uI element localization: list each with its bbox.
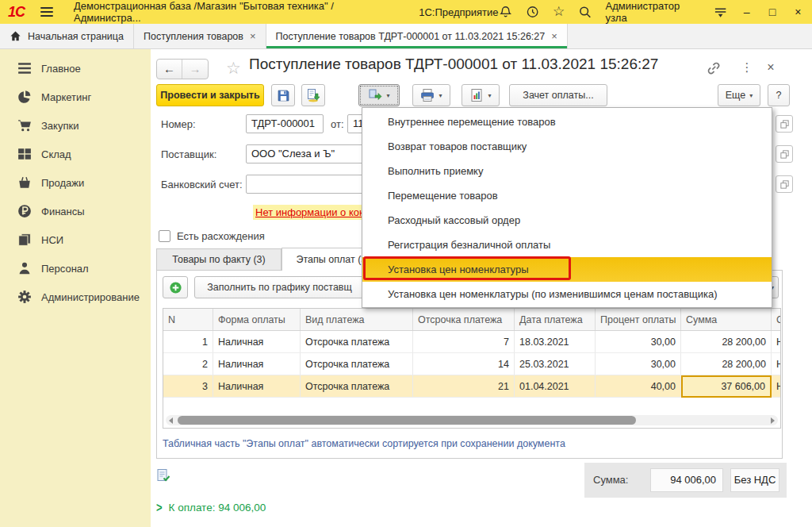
favorites-star-icon[interactable]: ☆ <box>553 5 565 19</box>
menu-item-cash-expense-order[interactable]: Расходный кассовый ордер <box>362 208 772 233</box>
tab-goods-receipt-document[interactable]: Поступление товаров ТДРТ-000001 от 11.03… <box>266 24 568 48</box>
close-tab-icon[interactable]: × <box>250 30 256 42</box>
close-tab-icon[interactable]: × <box>551 30 557 42</box>
maximize-button[interactable]: □ <box>766 6 778 18</box>
sidebar-label: Продажи <box>41 177 84 189</box>
sidebar-item-personnel[interactable]: Персонал <box>0 256 151 281</box>
tab-goods-by-fact[interactable]: Товары по факту (3) <box>156 248 282 271</box>
open-number-button[interactable] <box>776 115 793 133</box>
cell[interactable]: 14 <box>413 353 515 375</box>
back-button[interactable]: ← <box>157 60 182 79</box>
table-row[interactable]: 2 Наличная Отсрочка платежа 14 25.03.202… <box>163 353 780 375</box>
sidebar-item-purchases[interactable]: Закупки <box>0 113 151 138</box>
cell[interactable]: Не <box>772 375 781 397</box>
cell[interactable]: Отсрочка платежа <box>301 375 413 397</box>
open-bank-account-button[interactable] <box>776 175 793 193</box>
forward-button[interactable]: → <box>182 60 208 79</box>
cell[interactable]: Отсрочка платежа <box>301 353 413 375</box>
sidebar-item-sales[interactable]: Продажи <box>0 170 151 195</box>
cell[interactable]: 7 <box>413 331 515 352</box>
minimize-button[interactable]: – <box>741 6 753 18</box>
sidebar-item-marketing[interactable]: Маркетинг <box>0 84 151 110</box>
table-row-selected[interactable]: 3 Наличная Отсрочка платежа 21 01.04.202… <box>163 375 780 398</box>
reports-button[interactable]: ▾ <box>462 84 500 106</box>
sidebar-label: Персонал <box>41 263 89 275</box>
open-supplier-button[interactable] <box>776 145 793 163</box>
save-button[interactable] <box>271 84 295 106</box>
col-header[interactable]: Отсрочка платежа <box>413 309 515 330</box>
cell[interactable]: Наличная <box>213 353 301 375</box>
service-settings-icon[interactable] <box>714 5 727 19</box>
active-cell[interactable]: 37 606,00 <box>681 375 772 398</box>
payment-offset-button[interactable]: Зачет оплаты... <box>509 84 607 106</box>
cell[interactable]: 01.04.2021 <box>515 375 596 397</box>
post-and-close-button[interactable]: Провести и закрыть <box>156 84 264 106</box>
menu-item-cashless-payment-registration[interactable]: Регистрация безналичной оплаты <box>362 233 772 257</box>
cell[interactable]: Отсрочка платежа <box>301 331 413 352</box>
help-button[interactable]: ? <box>768 84 790 106</box>
number-field[interactable]: ТДРТ-000001 <box>246 114 324 133</box>
tab-home[interactable]: Начальная страница <box>0 24 134 48</box>
col-header[interactable]: Вид платежа <box>301 309 413 330</box>
no-contact-info-link[interactable]: Нет информации о кон <box>253 205 367 220</box>
cell[interactable]: 1 <box>163 331 213 352</box>
document-check-icon[interactable] <box>156 468 170 483</box>
close-form-icon[interactable]: × <box>763 60 779 76</box>
cell[interactable]: Не <box>772 331 781 352</box>
col-header[interactable]: Дата платежа <box>515 309 596 330</box>
cell[interactable]: 18.03.2021 <box>515 331 596 352</box>
more-dots-icon[interactable]: ⋮ <box>739 60 755 76</box>
cell[interactable]: 2 <box>163 353 213 375</box>
menu-item-set-item-prices-changed[interactable]: Установка цен номенклатуры (по изменивши… <box>362 282 772 306</box>
cell[interactable]: 3 <box>163 375 213 397</box>
favorite-star-icon[interactable]: ☆ <box>226 59 241 78</box>
cell[interactable]: Наличная <box>213 331 301 352</box>
to-pay-link[interactable]: > К оплате: 94 006,00 <box>156 502 266 514</box>
col-header[interactable]: Сумма <box>681 309 772 330</box>
table-row[interactable]: 1 Наличная Отсрочка платежа 7 18.03.2021… <box>163 331 780 353</box>
post-document-button[interactable] <box>301 84 325 106</box>
print-button[interactable]: ▾ <box>412 84 450 106</box>
sidebar-item-warehouse[interactable]: Склад <box>0 141 151 167</box>
menu-item-goods-transfer[interactable]: Перемещение товаров <box>362 183 772 208</box>
col-header[interactable]: Форма оплаты <box>213 309 301 330</box>
more-actions-button[interactable]: Еще▾ <box>718 84 760 106</box>
cell[interactable]: 40,00 <box>596 375 681 397</box>
sidebar-item-nsi[interactable]: НСИ <box>0 227 151 252</box>
tab-goods-receipts-list[interactable]: Поступления товаров × <box>134 24 266 48</box>
search-icon[interactable] <box>578 5 592 19</box>
sidebar-item-finance[interactable]: Финансы <box>0 198 151 224</box>
cell[interactable]: 28 200,00 <box>681 331 772 352</box>
main-menu-icon[interactable] <box>40 5 53 19</box>
menu-item-return-to-supplier[interactable]: Возврат товаров поставщику <box>362 134 772 159</box>
cell[interactable]: 30,00 <box>596 353 681 375</box>
cell[interactable]: Наличная <box>213 375 301 397</box>
cell[interactable]: 30,00 <box>596 331 681 352</box>
current-user[interactable]: Администратор узла <box>606 0 700 24</box>
horizontal-scrollbar[interactable] <box>166 415 778 425</box>
close-window-button[interactable]: × <box>792 6 804 18</box>
col-header[interactable]: С <box>772 309 781 330</box>
col-header[interactable]: N <box>163 309 213 330</box>
sidebar-item-main[interactable]: Главное <box>0 56 151 81</box>
create-based-on-button[interactable]: ▾ <box>358 84 400 106</box>
cell[interactable]: 25.03.2021 <box>515 353 596 375</box>
cell[interactable]: Не <box>772 353 781 375</box>
fill-by-schedule-button[interactable]: Заполнить по графику поставщ <box>194 276 365 298</box>
scroll-left-icon[interactable] <box>169 417 173 424</box>
vat-value[interactable]: Без НДС <box>730 468 779 492</box>
col-header[interactable]: Процент оплаты <box>596 309 681 330</box>
add-row-button[interactable] <box>163 276 188 298</box>
payment-stages-table[interactable]: N Форма оплаты Вид платежа Отсрочка плат… <box>163 308 781 429</box>
discrepancy-checkbox[interactable] <box>159 230 170 242</box>
cell[interactable]: 21 <box>413 375 515 397</box>
history-icon[interactable] <box>526 5 539 19</box>
menu-item-perform-acceptance[interactable]: Выполнить приемку <box>362 159 772 183</box>
cell[interactable]: 28 200,00 <box>681 353 772 375</box>
scroll-right-icon[interactable] <box>771 417 775 424</box>
sidebar-item-administration[interactable]: Администрирование <box>0 284 151 310</box>
get-link-icon[interactable] <box>706 60 722 76</box>
scrollbar-thumb[interactable] <box>178 416 636 425</box>
menu-item-internal-transfer[interactable]: Внутреннее перемещение товаров <box>362 110 772 134</box>
notifications-bell-icon[interactable] <box>499 5 512 19</box>
